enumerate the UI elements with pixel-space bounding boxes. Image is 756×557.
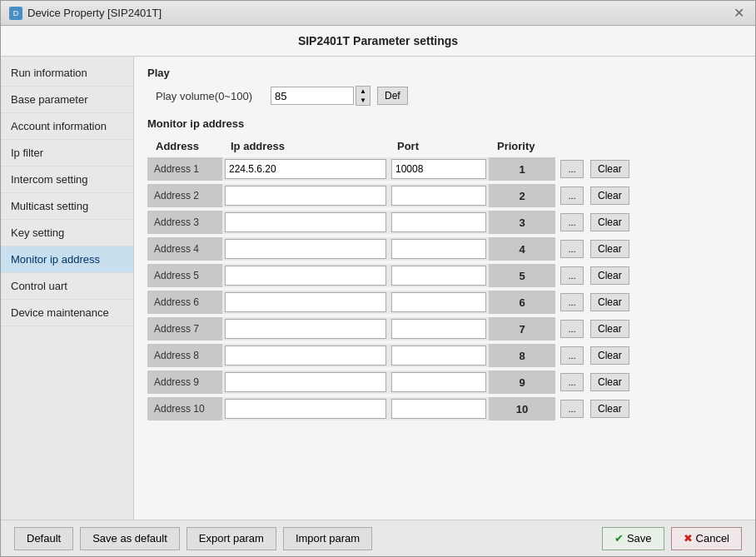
addr-ip-cell-2 <box>222 184 389 207</box>
browse-button-2[interactable]: ... <box>560 186 584 205</box>
addr-port-input-3[interactable] <box>391 212 486 232</box>
addr-priority-9: 9 <box>489 371 555 394</box>
addr-ip-input-10[interactable] <box>225 399 386 419</box>
main-window: D Device Property [SIP2401T] ✕ SIP2401T … <box>0 0 756 557</box>
addr-ip-input-7[interactable] <box>225 319 386 339</box>
addr-port-input-9[interactable] <box>391 372 486 392</box>
close-button[interactable]: ✕ <box>730 5 747 22</box>
default-button[interactable]: Default <box>14 527 73 550</box>
browse-button-5[interactable]: ... <box>560 266 584 285</box>
addr-ip-input-8[interactable] <box>225 346 386 366</box>
addr-ip-input-1[interactable] <box>225 159 386 179</box>
browse-button-3[interactable]: ... <box>560 213 584 231</box>
addr-ip-cell-4 <box>222 237 389 261</box>
address-row: Address 9 9 ... Clear <box>147 371 742 394</box>
spinner-up-button[interactable]: ▲ <box>356 87 370 96</box>
clear-button-5[interactable]: Clear <box>590 266 629 285</box>
addr-label-7: Address 7 <box>147 317 222 341</box>
sidebar-item-key-setting[interactable]: Key setting <box>1 220 133 246</box>
sidebar-item-device-maintenance[interactable]: Device maintenance <box>1 300 133 326</box>
addr-label-8: Address 8 <box>147 344 222 367</box>
addr-clear-cell-10: Clear <box>589 397 639 420</box>
addr-ip-cell-8 <box>222 344 389 367</box>
sidebar-item-intercom-setting[interactable]: Intercom setting <box>1 167 133 193</box>
play-section: Play Play volume(0~100) ▲ ▼ Def <box>147 67 742 106</box>
clear-button-7[interactable]: Clear <box>590 320 629 338</box>
spinner-down-button[interactable]: ▼ <box>356 96 370 105</box>
addr-port-input-7[interactable] <box>391 319 486 339</box>
addr-clear-cell-1: Clear <box>589 157 639 181</box>
title-bar-left: D Device Property [SIP2401T] <box>9 7 162 20</box>
footer-right: ✔Save ✖Cancel <box>602 527 742 550</box>
addr-label-10: Address 10 <box>147 397 222 420</box>
browse-button-10[interactable]: ... <box>560 400 584 418</box>
addr-ip-input-6[interactable] <box>225 292 386 312</box>
window-icon: D <box>9 7 22 20</box>
addr-browse-cell-1: ... <box>555 157 589 181</box>
addr-label-9: Address 9 <box>147 371 222 394</box>
def-button[interactable]: Def <box>377 87 408 105</box>
clear-button-3[interactable]: Clear <box>590 213 629 231</box>
volume-input[interactable] <box>271 87 354 105</box>
sidebar-item-control-uart[interactable]: Control uart <box>1 273 133 300</box>
browse-button-4[interactable]: ... <box>560 240 584 258</box>
addr-priority-10: 10 <box>489 397 555 420</box>
addr-ip-cell-5 <box>222 264 389 287</box>
import-param-button[interactable]: Import param <box>283 527 372 550</box>
addr-port-input-6[interactable] <box>391 292 486 312</box>
sidebar-item-account-information[interactable]: Account information <box>1 113 133 140</box>
sidebar-item-monitor-ip-address[interactable]: Monitor ip address <box>1 246 133 273</box>
browse-button-1[interactable]: ... <box>560 160 584 178</box>
addr-ip-input-3[interactable] <box>225 212 386 232</box>
save-button[interactable]: ✔Save <box>602 527 664 550</box>
address-row: Address 8 8 ... Clear <box>147 344 742 367</box>
addr-port-input-4[interactable] <box>391 239 486 259</box>
col-priority: Priority <box>497 140 564 152</box>
clear-button-4[interactable]: Clear <box>590 240 629 258</box>
sidebar-item-multicast-setting[interactable]: Multicast setting <box>1 193 133 220</box>
dialog-title: SIP2401T Parameter settings <box>1 26 755 57</box>
clear-button-1[interactable]: Clear <box>590 160 629 178</box>
save-as-default-button[interactable]: Save as default <box>80 527 180 550</box>
addr-clear-cell-7: Clear <box>589 317 639 341</box>
addr-port-input-8[interactable] <box>391 346 486 366</box>
address-row: Address 1 1 ... Clear <box>147 157 742 181</box>
clear-button-8[interactable]: Clear <box>590 346 629 365</box>
sidebar-item-base-parameter[interactable]: Base parameter <box>1 87 133 113</box>
addr-clear-cell-8: Clear <box>589 344 639 367</box>
addr-label-6: Address 6 <box>147 291 222 314</box>
addr-ip-cell-7 <box>222 317 389 341</box>
browse-button-9[interactable]: ... <box>560 373 584 391</box>
addr-port-input-2[interactable] <box>391 186 486 206</box>
play-section-title: Play <box>147 67 742 79</box>
export-param-button[interactable]: Export param <box>187 527 276 550</box>
cancel-button[interactable]: ✖Cancel <box>671 527 742 550</box>
addr-label-5: Address 5 <box>147 264 222 287</box>
clear-button-10[interactable]: Clear <box>590 400 629 418</box>
addr-ip-cell-9 <box>222 371 389 394</box>
clear-button-2[interactable]: Clear <box>590 186 629 205</box>
address-row: Address 5 5 ... Clear <box>147 264 742 287</box>
sidebar-item-run-information[interactable]: Run information <box>1 60 133 87</box>
x-icon: ✖ <box>684 532 693 545</box>
addr-port-input-10[interactable] <box>391 399 486 419</box>
addr-ip-input-5[interactable] <box>225 266 386 286</box>
clear-button-9[interactable]: Clear <box>590 373 629 391</box>
browse-button-8[interactable]: ... <box>560 346 584 365</box>
sidebar-item-ip-filter[interactable]: Ip filter <box>1 140 133 167</box>
addr-ip-input-4[interactable] <box>225 239 386 259</box>
browse-button-7[interactable]: ... <box>560 320 584 338</box>
addr-ip-cell-1 <box>222 157 389 181</box>
addr-clear-cell-2: Clear <box>589 184 639 207</box>
clear-button-6[interactable]: Clear <box>590 293 629 311</box>
addr-port-input-5[interactable] <box>391 266 486 286</box>
browse-button-6[interactable]: ... <box>560 293 584 311</box>
content-area: Run information Base parameter Account i… <box>1 57 755 520</box>
address-row: Address 6 6 ... Clear <box>147 291 742 314</box>
addr-port-input-1[interactable] <box>391 159 486 179</box>
addr-ip-input-2[interactable] <box>225 186 386 206</box>
addr-ip-input-9[interactable] <box>225 372 386 392</box>
play-volume-label: Play volume(0~100) <box>156 90 264 102</box>
monitor-section-title: Monitor ip address <box>147 117 742 130</box>
addr-clear-cell-6: Clear <box>589 291 639 314</box>
